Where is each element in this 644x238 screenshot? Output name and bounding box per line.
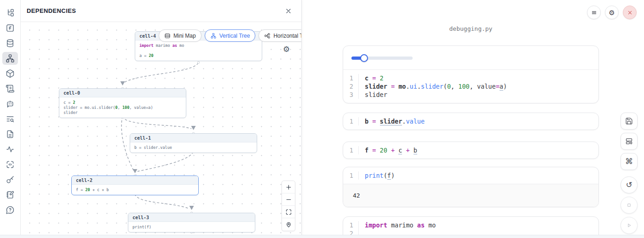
code-line: 1print(f) bbox=[343, 171, 598, 180]
horizontal-tree-button[interactable]: Horizontal Tree bbox=[259, 29, 301, 42]
sidebar-item-file-text[interactable] bbox=[2, 128, 18, 141]
dependency-graph-canvas[interactable]: cell-4import marimo as mo a = 20cell-0c … bbox=[21, 22, 301, 238]
slider-track[interactable] bbox=[351, 57, 413, 60]
graph-node-cell-2[interactable]: cell-2f = 20 + c + b bbox=[71, 176, 199, 195]
code-editor[interactable]: 1f = 20 + c + b bbox=[343, 142, 598, 159]
line-number: 1 bbox=[343, 146, 359, 154]
graph-settings-button[interactable]: ⚙ bbox=[283, 45, 290, 53]
node-title: cell-3 bbox=[128, 213, 255, 222]
code-line: 2slider = mo.ui.slider(0, 100, value=a) bbox=[343, 82, 598, 91]
button-label: Horizontal Tree bbox=[273, 33, 301, 39]
sidebar-item-chat-bot[interactable] bbox=[2, 97, 18, 110]
cell-output: 42 bbox=[343, 184, 598, 207]
snippets-icon bbox=[6, 160, 15, 169]
activity-icon bbox=[6, 145, 15, 154]
sidebar-item-file-tree[interactable] bbox=[2, 6, 18, 19]
tree-horizontal-icon bbox=[264, 33, 270, 39]
sidebar-item-database[interactable] bbox=[2, 37, 18, 50]
node-title: cell-1 bbox=[130, 134, 257, 142]
function-square-icon bbox=[6, 23, 15, 33]
package-icon bbox=[6, 69, 15, 78]
line-number: 2 bbox=[343, 82, 359, 91]
notebook-cell[interactable]: 1c = 22slider = mo.ui.slider(0, 100, val… bbox=[343, 45, 599, 103]
code-editor[interactable]: 1c = 22slider = mo.ui.slider(0, 100, val… bbox=[343, 69, 598, 103]
vertical-tree-button[interactable]: Vertical Tree bbox=[205, 29, 256, 42]
sidebar-item-activity[interactable] bbox=[2, 143, 18, 156]
line-number: 1 bbox=[343, 171, 359, 180]
graph-node-cell-1[interactable]: cell-1b = slider.value bbox=[130, 133, 257, 153]
sidebar-item-function-square[interactable] bbox=[2, 22, 18, 34]
command-icon: ⌘ bbox=[625, 158, 633, 165]
graph-view-toolbar: Mini MapVertical TreeHorizontal Tree bbox=[159, 29, 301, 42]
notebook-cell[interactable]: 1b = slider.value bbox=[343, 113, 599, 130]
fullscreen-icon bbox=[285, 209, 292, 215]
left-sidebar bbox=[0, 0, 21, 238]
keyboard-shortcuts-button[interactable]: ⌘ bbox=[621, 153, 638, 170]
node-code: print(f) bbox=[128, 222, 255, 232]
stop-button[interactable] bbox=[621, 197, 638, 214]
file-tree-icon bbox=[6, 8, 15, 17]
bottom-strip bbox=[0, 235, 644, 238]
plus-icon bbox=[285, 184, 292, 191]
sidebar-item-help[interactable] bbox=[2, 204, 18, 216]
notebook-filename: debugging.py bbox=[302, 25, 599, 32]
node-title: cell-2 bbox=[72, 176, 198, 185]
line-number: 3 bbox=[343, 91, 359, 99]
code-editor[interactable]: 1print(f) bbox=[343, 167, 598, 184]
panel-title: DEPENDENCIES bbox=[27, 7, 76, 14]
shutdown-button[interactable] bbox=[623, 6, 637, 19]
notebook-cell[interactable]: 1print(f)42 bbox=[343, 167, 599, 207]
top-actions: ⚙ bbox=[587, 6, 637, 19]
scroll-icon bbox=[6, 84, 15, 93]
locate-cell-button[interactable] bbox=[282, 218, 295, 231]
code-line: 1c = 2 bbox=[343, 74, 598, 82]
save-button[interactable] bbox=[621, 113, 638, 130]
sidebar-item-scroll[interactable] bbox=[2, 82, 18, 95]
line-number: 1 bbox=[343, 117, 359, 125]
undo-button[interactable]: ↺ bbox=[621, 176, 638, 193]
node-code: b = slider.value bbox=[130, 142, 257, 153]
key-icon bbox=[6, 175, 15, 184]
graph-node-cell-0[interactable]: cell-0c = 2slider = mo.ui.slider(0, 100,… bbox=[59, 88, 186, 118]
layout-icon bbox=[625, 137, 633, 145]
text-search-icon bbox=[6, 114, 15, 124]
dependencies-panel: DEPENDENCIES bbox=[21, 0, 302, 238]
notebook-cells: 1c = 22slider = mo.ui.slider(0, 100, val… bbox=[343, 45, 599, 238]
sidebar-item-text-search[interactable] bbox=[2, 113, 18, 125]
sidebar-item-package[interactable] bbox=[2, 67, 18, 80]
save-icon bbox=[625, 117, 633, 125]
slider-thumb[interactable] bbox=[360, 54, 368, 62]
menu-button[interactable] bbox=[587, 6, 601, 19]
sidebar-item-scratchpad[interactable] bbox=[2, 188, 18, 201]
node-code: c = 2slider = mo.ui.slider(0, 100, value… bbox=[59, 97, 186, 118]
right-action-rail: ⌘↺ bbox=[621, 113, 638, 234]
code-editor[interactable]: 1b = slider.value bbox=[343, 113, 598, 130]
slider-output bbox=[343, 46, 598, 69]
sidebar-item-dependency-graph[interactable] bbox=[2, 52, 18, 65]
gear-icon: ⚙ bbox=[609, 9, 615, 16]
gear-icon: ⚙ bbox=[283, 45, 290, 54]
close-icon bbox=[285, 7, 292, 15]
undo-icon: ↺ bbox=[626, 181, 632, 189]
layout-button[interactable] bbox=[621, 133, 638, 150]
graph-node-cell-3[interactable]: cell-3print(f) bbox=[128, 213, 255, 232]
button-label: Mini Map bbox=[173, 33, 196, 39]
close-icon bbox=[627, 9, 633, 16]
run-button[interactable] bbox=[621, 217, 638, 234]
minus-icon bbox=[285, 196, 292, 203]
zoom-in-button[interactable] bbox=[282, 181, 295, 193]
tree-vertical-icon bbox=[210, 33, 217, 39]
dependencies-header: DEPENDENCIES bbox=[21, 0, 301, 22]
notebook-cell[interactable]: 1f = 20 + c + b bbox=[343, 142, 599, 159]
node-code: f = 20 + c + b bbox=[72, 185, 198, 195]
node-code: import marimo as mo a = 20 bbox=[135, 40, 262, 61]
close-panel-button[interactable] bbox=[285, 7, 292, 15]
sidebar-item-key[interactable] bbox=[2, 173, 18, 186]
zoom-out-button[interactable] bbox=[282, 193, 295, 206]
settings-button[interactable]: ⚙ bbox=[605, 6, 619, 19]
file-text-icon bbox=[6, 130, 15, 139]
fit-view-button[interactable] bbox=[282, 206, 295, 218]
menu-icon bbox=[591, 9, 598, 16]
mini-map-button[interactable]: Mini Map bbox=[159, 29, 201, 42]
sidebar-item-snippets[interactable] bbox=[2, 158, 18, 171]
